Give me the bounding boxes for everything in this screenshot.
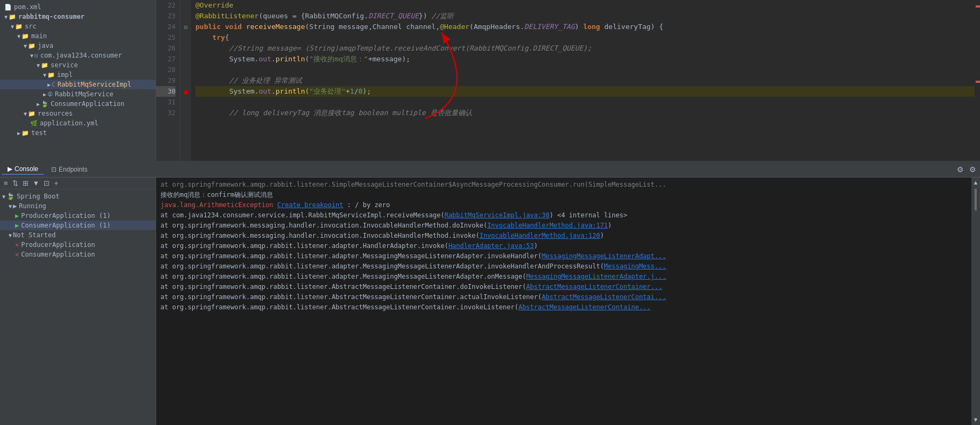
code-line-25: try{ (195, 32, 975, 43)
tree-label-consumer-application: ConsumerApplication (51, 100, 124, 108)
console-stack-3: at org.springframework.messaging.handler… (160, 231, 967, 241)
yml-icon: 🌿 (30, 120, 38, 127)
folder-icon-impl: 📁 (47, 72, 55, 79)
close-settings-btn[interactable]: ⚙ (968, 165, 978, 174)
code-lines: @Override @RabbitListener(queues = {Rabb… (191, 0, 975, 161)
folder-icon-resources: 📁 (28, 110, 36, 117)
stack10-link[interactable]: AbstractMessageListenerContaine... (519, 303, 651, 311)
code-line-23: @RabbitListener(queues = {RabbitMQConfig… (195, 11, 975, 22)
tree-item-rabbitmq-service-impl[interactable]: ▶ C RabbitMqServiceImpl (0, 80, 156, 89)
collapse-arrow-service: ▼ (37, 62, 40, 68)
tree-item-rabbitmq-consumer[interactable]: ▼ 📁 rabbitmq-consumer (0, 12, 156, 22)
stack1-link[interactable]: RabbitMqServiceImpl.java:30 (444, 211, 549, 219)
not-started-group[interactable]: ▼ Not Started (0, 230, 156, 240)
stack7-link[interactable]: MessagingMessageListenerAdapter.j... (526, 273, 666, 280)
stack3-prefix: at org.springframework.messaging.handler… (160, 232, 479, 239)
running-label: Running (19, 202, 46, 210)
console-stack-9: at org.springframework.amqp.rabbit.liste… (160, 292, 967, 302)
scroll-thumb[interactable] (975, 189, 977, 210)
services-toolbar: ≡ ⇅ ⊞ ▼ ⊡ + (0, 178, 156, 189)
tree-item-application-yml[interactable]: 🌿 application.yml (0, 118, 156, 128)
stack8-link[interactable]: AbstractMessageListenerContainer... (526, 283, 662, 291)
service-tree: ▼ 🍃 Spring Boot ▼ ▶ Running ▶ ProducerAp… (0, 189, 156, 261)
stack3-suffix: ) (600, 232, 604, 239)
consumer-app-running[interactable]: ▶ ConsumerApplication (1) (0, 221, 156, 230)
exec-indicator-24: ⊡ (184, 24, 187, 30)
toolbar-btn-5[interactable]: ⊡ (42, 179, 51, 188)
tree-item-main[interactable]: ▼ 📁 main (0, 31, 156, 41)
stack3-link[interactable]: InvocableHandlerMethod.java:120 (479, 232, 600, 239)
xml-icon: 📄 (4, 4, 12, 11)
producer-running-label: ProducerApplication (1) (21, 212, 110, 219)
folder-icon-consumer: 📁 (9, 13, 16, 20)
tree-label-impl: impl (57, 71, 73, 79)
consumer-run-icon: ▶ (15, 222, 19, 229)
console-tab[interactable]: ▶ Console (2, 164, 44, 175)
stack6-link[interactable]: MessagingMess... (604, 263, 667, 270)
line-num-30: 30 (156, 86, 176, 97)
tree-item-package[interactable]: ▼ ⊡ com.java1234.consumer (0, 51, 156, 60)
error-marker-mid (976, 81, 980, 83)
code-line-32: // long deliveryTag 消息接收tag boolean mult… (195, 108, 975, 118)
code-line-27: System.out.println("接收的mq消息："+message); (195, 54, 975, 65)
producer-app-running[interactable]: ▶ ProducerApplication (1) (0, 211, 156, 221)
gutter-32 (180, 108, 191, 118)
line-num-32: 32 (156, 108, 176, 118)
code-line-28 (195, 65, 975, 75)
consumer-app-stopped[interactable]: ✕ ConsumerApplication (0, 250, 156, 259)
tree-item-java[interactable]: ▼ 📁 java (0, 41, 156, 51)
tree-item-service[interactable]: ▼ 📁 service (0, 60, 156, 70)
spring-class-icon: 🍃 (41, 101, 48, 108)
gutter-30[interactable]: ● (180, 86, 191, 97)
tree-item-consumer-application[interactable]: ▶ 🍃 ConsumerApplication (0, 99, 156, 109)
line-numbers: 22 23 24 25 26 27 28 29 30 31 32 (156, 0, 180, 161)
toolbar-btn-3[interactable]: ⊞ (21, 179, 30, 188)
stack4-link[interactable]: HandlerAdapter.java:53 (449, 242, 534, 250)
code-line-22: @Override (195, 0, 975, 11)
console-output[interactable]: at org.springframework.amqp.rabbit.liste… (156, 178, 971, 425)
folder-icon-java: 📁 (28, 42, 36, 49)
stack2-link[interactable]: InvocableHandlerMethod.java:171 (487, 222, 608, 229)
tree-label-rabbitmq-consumer: rabbitmq-consumer (18, 13, 85, 20)
toolbar-btn-4[interactable]: ▼ (31, 179, 41, 188)
tree-item-rabbitmq-service[interactable]: ▶ ① RabbitMqService (0, 89, 156, 99)
producer-app-stopped[interactable]: ✕ ProducerApplication (0, 240, 156, 250)
stack9-link[interactable]: AbstractMessageListenerContai... (542, 293, 666, 301)
tree-item-pom[interactable]: 📄 pom.xml (0, 2, 156, 12)
toolbar-btn-2[interactable]: ⇅ (11, 179, 20, 188)
tree-item-src[interactable]: ▼ 📁 src (0, 22, 156, 31)
consumer-stopped-label: ConsumerApplication (21, 251, 95, 258)
console-stack-5: at org.springframework.amqp.rabbit.liste… (160, 251, 967, 261)
console-stack-6: at org.springframework.amqp.rabbit.liste… (160, 261, 967, 272)
create-breakpoint-link[interactable]: Create breakpoint (277, 201, 344, 209)
code-line-31 (195, 97, 975, 108)
running-group[interactable]: ▼ ▶ Running (0, 201, 156, 211)
producer-error-icon: ✕ (15, 241, 19, 249)
code-line-30: System.out.println("业务处理"+1/0); (195, 86, 975, 97)
scroll-up-btn[interactable]: ▲ (973, 180, 979, 186)
console-tab-icon: ▶ (8, 165, 12, 173)
line-num-22: 22 (156, 0, 176, 11)
gutter-29 (180, 75, 191, 86)
tree-item-test[interactable]: ▶ 📁 test (0, 128, 156, 138)
console-line-1: at org.springframework.amqp.rabbit.liste… (160, 180, 967, 190)
tree-item-impl[interactable]: ▼ 📁 impl (0, 70, 156, 80)
tree-item-resources[interactable]: ▼ 📁 resources (0, 109, 156, 118)
stack7-prefix: at org.springframework.amqp.rabbit.liste… (160, 273, 526, 280)
scroll-track (975, 189, 977, 414)
expand-arrow-service: ▶ (43, 91, 46, 97)
tree-label-service: service (51, 61, 78, 69)
collapse-arrow-resources: ▼ (24, 111, 27, 117)
toolbar-btn-1[interactable]: ≡ (2, 179, 10, 188)
services-panel: ≡ ⇅ ⊞ ▼ ⊡ + ▼ 🍃 Spring Boot ▼ ▶ Running … (0, 178, 156, 425)
interface-icon: ① (47, 91, 53, 98)
stack5-link[interactable]: MessagingMessageListenerAdapt... (542, 252, 666, 260)
endpoints-tab[interactable]: ⊡ Endpoints (46, 165, 93, 174)
toolbar-btn-add[interactable]: + (52, 179, 60, 188)
spring-boot-item[interactable]: ▼ 🍃 Spring Boot (0, 192, 156, 201)
tree-label-java: java (38, 42, 53, 49)
scroll-down-btn[interactable]: ▼ (973, 417, 979, 423)
consumer-error-icon: ✕ (15, 251, 19, 258)
gutter-22 (180, 0, 191, 11)
settings-gear-btn[interactable]: ⚙ (955, 165, 965, 174)
